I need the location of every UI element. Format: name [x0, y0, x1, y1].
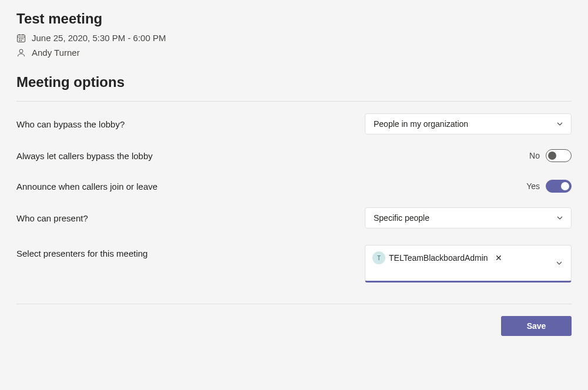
meeting-organizer: Andy Turner — [32, 48, 80, 58]
close-icon[interactable]: ✕ — [493, 253, 505, 263]
announce-toggle-group: Yes — [526, 180, 572, 193]
bypass-lobby-value: People in my organization — [374, 119, 468, 129]
present-select-wrap: Specific people — [365, 207, 572, 228]
present-select[interactable]: Specific people — [365, 207, 572, 228]
presenters-label: Select presenters for this meeting — [16, 245, 147, 258]
section-title: Meeting options — [16, 74, 572, 90]
save-button[interactable]: Save — [501, 316, 572, 336]
bypass-lobby-label: Who can bypass the lobby? — [16, 119, 125, 129]
bypass-lobby-select[interactable]: People in my organization — [365, 113, 572, 135]
callers-bypass-label: Always let callers bypass the lobby — [16, 151, 153, 161]
presenters-select[interactable]: T TELTeamBlackboardAdmin ✕ — [365, 245, 572, 283]
toggle-knob — [561, 182, 569, 190]
callers-bypass-toggle[interactable] — [546, 149, 572, 162]
meeting-organizer-row: Andy Turner — [16, 48, 572, 58]
footer-divider — [16, 304, 572, 304]
presenter-name: TELTeamBlackboardAdmin — [389, 253, 488, 263]
toggle-knob — [548, 152, 556, 160]
meeting-datetime-row: June 25, 2020, 5:30 PM - 6:00 PM — [16, 33, 572, 43]
svg-point-4 — [19, 38, 19, 39]
announce-state: Yes — [526, 181, 540, 191]
button-row: Save — [16, 316, 572, 336]
svg-point-6 — [22, 38, 23, 39]
svg-point-5 — [21, 38, 21, 39]
option-bypass-lobby: Who can bypass the lobby? People in my o… — [16, 102, 572, 135]
option-callers-bypass: Always let callers bypass the lobby No — [16, 135, 572, 165]
calendar-icon — [16, 33, 26, 43]
presenter-chip: T TELTeamBlackboardAdmin ✕ — [371, 250, 507, 265]
option-presenters: Select presenters for this meeting T TEL… — [16, 228, 572, 283]
announce-label: Announce when callers join or leave — [16, 181, 157, 191]
option-announce: Announce when callers join or leave Yes — [16, 165, 572, 196]
meeting-datetime: June 25, 2020, 5:30 PM - 6:00 PM — [32, 33, 166, 43]
meeting-title: Test meeting — [16, 11, 572, 27]
svg-point-7 — [19, 40, 19, 41]
avatar: T — [372, 251, 385, 264]
callers-bypass-toggle-group: No — [529, 149, 572, 162]
announce-toggle[interactable] — [546, 180, 572, 193]
present-label: Who can present? — [16, 213, 88, 223]
option-present: Who can present? Specific people — [16, 196, 572, 228]
svg-point-8 — [21, 40, 21, 41]
present-value: Specific people — [374, 213, 429, 223]
callers-bypass-state: No — [529, 151, 540, 160]
bypass-lobby-select-wrap: People in my organization — [365, 113, 572, 135]
meeting-header: Test meeting June 25, 2020, 5:30 PM - 6:… — [16, 11, 572, 58]
svg-point-9 — [19, 49, 23, 53]
chevron-down-icon — [556, 260, 563, 267]
person-icon — [16, 48, 26, 58]
